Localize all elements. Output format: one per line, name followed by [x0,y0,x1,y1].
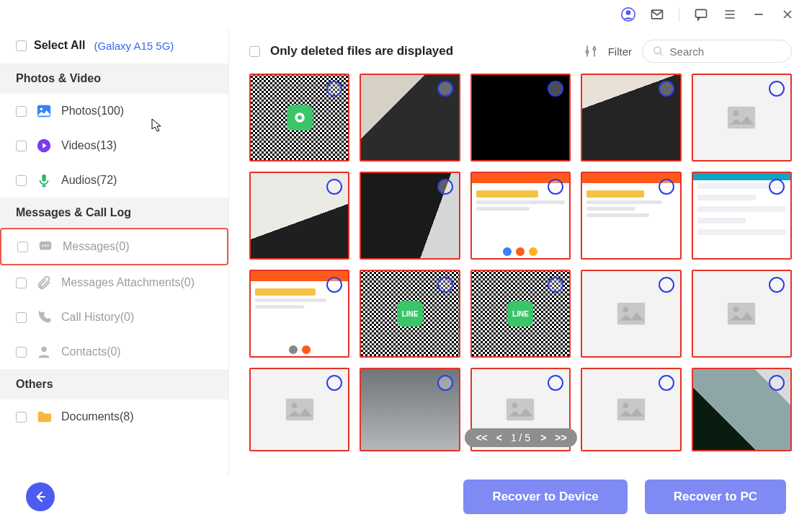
svg-rect-21 [286,399,313,421]
thumbnail[interactable] [692,172,792,260]
thumbnail[interactable] [581,74,681,162]
select-circle[interactable] [659,81,674,97]
sidebar-item-documents[interactable]: Documents(8) [0,399,228,434]
thumbnail[interactable] [581,270,681,358]
pager-first[interactable]: < < [476,432,486,443]
select-circle[interactable] [769,277,785,293]
checkbox[interactable] [16,412,27,423]
sidebar-item-label: Messages(0) [63,240,129,253]
sidebar-item-label: Messages Attachments(0) [61,276,195,289]
minimize-icon[interactable] [751,7,766,22]
audios-icon [35,172,53,189]
content-toolbar: Only deleted files are displayed Filter [249,29,792,74]
pager-text: 1 / 5 [511,432,530,443]
attachment-icon [35,274,53,291]
sidebar-item-audios[interactable]: Audios(72) [0,163,228,198]
svg-point-11 [48,245,49,247]
thumbnail[interactable] [249,74,349,162]
thumbnail[interactable] [360,172,460,260]
sidebar-item-label: Contacts(0) [61,345,121,358]
svg-point-1 [626,10,631,15]
svg-point-10 [45,245,46,247]
sidebar: Select All (Galaxy A15 5G) Photos & Vide… [0,29,229,476]
thumbnail[interactable]: LINE [360,270,460,358]
svg-point-18 [623,306,628,312]
select-circle[interactable] [769,375,785,391]
contacts-icon [35,343,53,361]
back-button[interactable] [26,482,55,511]
footer: Recover to Device Recover to PC [0,476,812,517]
select-all-row[interactable]: Select All (Galaxy A15 5G) [0,29,228,63]
sidebar-item-msg-attachments[interactable]: Messages Attachments(0) [0,265,228,300]
select-circle[interactable] [769,179,785,195]
phone-icon [35,309,53,326]
thumbnail[interactable] [692,270,792,358]
group-header-photos-video: Photos & Video [0,63,228,94]
thumbnail[interactable] [249,172,349,260]
checkbox[interactable] [16,106,27,117]
sidebar-item-messages[interactable]: Messages(0) [0,228,228,265]
sidebar-item-call-history[interactable]: Call History(0) [0,300,228,335]
menu-icon[interactable] [723,7,737,22]
pager-prev[interactable]: < [496,432,501,443]
only-deleted-checkbox[interactable] [249,46,260,57]
recover-to-device-button[interactable]: Recover to Device [463,480,627,514]
videos-icon [35,137,53,154]
thumbnail[interactable] [692,74,792,162]
svg-point-20 [733,306,739,312]
user-icon[interactable] [621,7,635,22]
recover-to-pc-button[interactable]: Recover to PC [645,480,786,514]
svg-rect-25 [617,399,645,421]
filter-icon[interactable] [584,44,598,58]
select-circle[interactable] [659,179,674,195]
group-header-messages: Messages & Call Log [0,198,228,228]
svg-rect-23 [507,399,534,421]
thumbnail[interactable] [470,172,571,260]
pager-last[interactable]: > > [555,432,565,443]
thumbnail[interactable]: LINE [470,270,571,358]
checkbox[interactable] [16,175,27,186]
mail-icon[interactable] [650,7,664,22]
svg-point-22 [291,402,297,408]
sidebar-item-videos[interactable]: Videos(13) [0,128,228,163]
thumbnail[interactable] [470,74,571,162]
select-circle[interactable] [659,375,674,391]
filter-label[interactable]: Filter [608,45,632,58]
pager-next[interactable]: > [540,432,545,443]
search-box[interactable] [642,40,792,63]
search-input[interactable] [670,45,781,58]
close-icon[interactable] [780,7,795,22]
thumbnail[interactable] [249,368,349,451]
svg-rect-15 [728,107,755,129]
thumbnail[interactable] [360,368,460,451]
checkbox[interactable] [17,242,28,252]
thumbnail[interactable] [581,172,681,260]
thumbnail[interactable] [692,368,792,451]
select-circle[interactable] [437,81,453,97]
group-header-others: Others [0,369,228,399]
thumbnail[interactable] [581,368,681,451]
svg-point-5 [40,107,43,110]
checkbox[interactable] [16,278,27,288]
thumbnail[interactable] [249,270,349,358]
sidebar-item-photos[interactable]: Photos(100) [0,94,228,128]
checkbox[interactable] [16,312,27,323]
svg-rect-3 [696,9,707,17]
checkbox[interactable] [16,347,27,358]
checkbox[interactable] [16,141,27,151]
photos-icon [35,102,53,120]
select-circle[interactable] [437,375,453,391]
sidebar-item-label: Audios(72) [61,174,117,187]
sidebar-item-contacts[interactable]: Contacts(0) [0,335,228,369]
svg-point-16 [733,110,739,116]
select-circle[interactable] [659,277,674,293]
sidebar-item-label: Videos(13) [61,139,117,152]
sidebar-item-label: Documents(8) [61,410,133,423]
select-circle[interactable] [437,179,453,195]
svg-rect-17 [617,303,645,325]
select-circle[interactable] [769,81,785,97]
thumbnail[interactable] [360,74,460,162]
chat-icon[interactable] [694,7,708,22]
select-all-checkbox[interactable] [16,40,27,51]
select-circle[interactable] [437,277,453,293]
